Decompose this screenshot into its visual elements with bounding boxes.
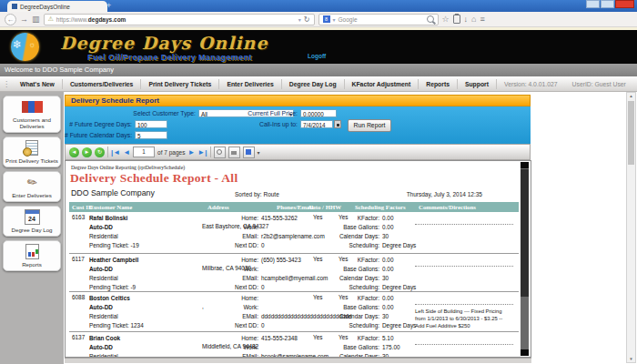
last-page-button[interactable]: ►|: [197, 148, 207, 157]
menu-customers-deliveries[interactable]: Customers/Deliveries: [63, 79, 142, 89]
search-engine-dropdown-icon[interactable]: ▾: [333, 16, 336, 23]
page-number-input[interactable]: 1: [133, 147, 155, 157]
report-vertical-scrollbar[interactable]: [521, 162, 529, 356]
report-sorted-by: Sorted by: Route: [235, 191, 279, 197]
first-page-button[interactable]: |◄: [111, 148, 120, 157]
future-degree-days-input[interactable]: 100: [135, 120, 167, 128]
comment-dotted-line: [415, 302, 513, 305]
clipboard-icon[interactable]: [453, 15, 460, 24]
back-icon[interactable]: ←: [5, 14, 16, 25]
run-report-button[interactable]: Run Report: [348, 119, 391, 132]
table-header: Cust ID Customer Name Address Phones/Ema…: [69, 202, 519, 212]
report-datetime: Thursday, July 3, 2014 12:35: [407, 191, 482, 197]
sun-icon: ☼: [28, 40, 35, 49]
new-tab-button[interactable]: +: [106, 1, 111, 11]
search-icon[interactable]: [427, 15, 434, 23]
url-prefix: https://www.: [56, 16, 88, 23]
grip-icon: ⋮: [0, 80, 13, 88]
table-row: 6117 Heather Campbell Auto-DD Residentia…: [69, 254, 519, 292]
close-button[interactable]: [615, 0, 634, 8]
sidebar: Customers and Deliveries Print Delivery …: [0, 92, 64, 364]
date-picker-button[interactable]: [334, 120, 341, 128]
export-icon[interactable]: [243, 147, 255, 158]
menu-print-delivery-tickets[interactable]: Print Delivery Tickets: [141, 79, 219, 89]
report-panel-title: Delivery Schedule Report: [65, 95, 531, 106]
hand-pen-icon: ✎: [5, 175, 59, 190]
insecure-warning-icon: ⚠: [48, 15, 54, 23]
comment-dotted-line: [415, 264, 513, 267]
scroll-up-icon[interactable]: ▲: [627, 94, 635, 98]
url-dropdown-icon[interactable]: ▾: [298, 16, 301, 23]
future-calendar-days-label: # Future Calendar Days:: [65, 132, 132, 138]
sidebar-item-customers-deliveries[interactable]: Customers and Deliveries: [3, 96, 61, 133]
app-window: DegreeDaysOnline + ← → ▥ ⚠ https://www. …: [0, 0, 637, 364]
current-full-price-input[interactable]: 0.00000: [300, 109, 337, 117]
downloads-icon[interactable]: ↓: [464, 14, 469, 25]
logoff-link[interactable]: Logoff: [308, 53, 326, 59]
main-menu-bar: ⋮ What's New Customers/Deliveries Print …: [0, 76, 637, 92]
next-page-button[interactable]: ►: [187, 148, 195, 157]
chart-doc-icon: [5, 244, 59, 259]
print-icon[interactable]: [228, 147, 240, 158]
col-address: Address: [207, 202, 229, 212]
menu-whats-new[interactable]: What's New: [13, 79, 63, 89]
minimize-button[interactable]: [586, 0, 600, 8]
home-icon[interactable]: ⌂: [471, 14, 476, 25]
reload-icon[interactable]: ↻: [304, 15, 310, 24]
version-label: Version: 4.0.01.027: [497, 81, 565, 87]
viewer-back-icon[interactable]: ◄: [69, 147, 79, 157]
site-subtitle: Fuel Oil/Propane Delivery Management: [87, 53, 252, 62]
library-icon[interactable]: ▥: [32, 14, 40, 25]
report-horizontal-scrollbar[interactable]: [65, 358, 531, 363]
scroll-down-icon[interactable]: ▼: [627, 357, 635, 361]
comment-line: Add Fuel Additive $250: [415, 322, 517, 329]
sidebar-item-reports[interactable]: Reports: [3, 240, 61, 271]
sidebar-item-enter-deliveries[interactable]: ✎ Enter Deliveries: [3, 171, 61, 202]
report-title: Delivery Schedule Report - All: [70, 171, 238, 186]
sidebar-item-label: Reports: [5, 261, 59, 268]
menu-kfactor-adjustment[interactable]: KFactor Adjustment: [345, 79, 420, 89]
hamburger-menu-icon[interactable]: ≡: [480, 14, 485, 25]
menu-reports[interactable]: Reports: [419, 79, 458, 89]
url-bar[interactable]: ⚠ https://www. degdays.com ▾ ↻: [44, 14, 315, 25]
maximize-button[interactable]: [601, 0, 614, 8]
menu-degree-day-log[interactable]: Degree Day Log: [282, 79, 345, 89]
menu-support[interactable]: Support: [458, 79, 497, 89]
menu-enter-deliveries[interactable]: Enter Deliveries: [219, 79, 281, 89]
tab-title: DegreeDaysOnline: [20, 4, 70, 10]
viewer-refresh-icon[interactable]: ↻: [95, 147, 105, 157]
export-dropdown-icon[interactable]: ▾: [258, 149, 260, 156]
forward-icon[interactable]: →: [20, 14, 28, 25]
url-domain: degdays.com: [88, 16, 126, 23]
sidebar-item-label: Print Delivery Tickets: [5, 157, 59, 164]
scrollbar-thumb[interactable]: [628, 101, 634, 165]
zoom-icon[interactable]: [214, 147, 226, 158]
tab-favicon-icon: [12, 4, 17, 9]
browser-scrollbar[interactable]: ▲ ▼: [626, 92, 636, 363]
bookmark-star-icon[interactable]: ☆: [442, 14, 450, 25]
report-breadcrumb: Degree Days Online Reporting (rptDeliver…: [71, 165, 185, 170]
call-ins-date-input[interactable]: 7/4/2014: [300, 120, 333, 128]
browser-navbar: ← → ▥ ⚠ https://www. degdays.com ▾ ↻ 8 ▾…: [0, 12, 637, 27]
search-engine-icon[interactable]: 8: [323, 15, 330, 23]
search-input[interactable]: 8 ▾ Google: [318, 14, 439, 25]
call-ins-label: Call-Ins up to:: [207, 121, 298, 127]
table-row: 6088 Boston Celtics Auto-DD Residential …: [69, 292, 519, 332]
report-page: Degree Days Online Reporting (rptDeliver…: [69, 162, 519, 357]
window-controls: [586, 0, 634, 8]
current-full-price-label: Current Full Price:: [207, 110, 298, 116]
future-calendar-days-input[interactable]: 5: [135, 131, 167, 139]
sidebar-item-label: Enter Deliveries: [5, 192, 59, 198]
table-row: 6163 Rafal Bolinski Auto-DD Residential …: [69, 212, 519, 254]
viewer-forward-icon[interactable]: ►: [82, 147, 92, 157]
prev-page-button[interactable]: ◄: [123, 148, 130, 157]
customer-type-label: Select Customer Type:: [65, 110, 196, 116]
document-coin-icon: [5, 140, 59, 156]
site-title: Degree Days Online: [60, 33, 268, 53]
sidebar-item-degree-day-log[interactable]: 24 Degree Day Log: [3, 206, 61, 237]
sidebar-item-print-delivery-tickets[interactable]: Print Delivery Tickets: [3, 136, 61, 167]
people-icon: [5, 99, 59, 115]
table-body: 6163 Rafal Bolinski Auto-DD Residential …: [69, 212, 519, 357]
calendar-icon: 24: [5, 209, 59, 225]
browser-tab[interactable]: DegreeDaysOnline: [7, 1, 107, 12]
